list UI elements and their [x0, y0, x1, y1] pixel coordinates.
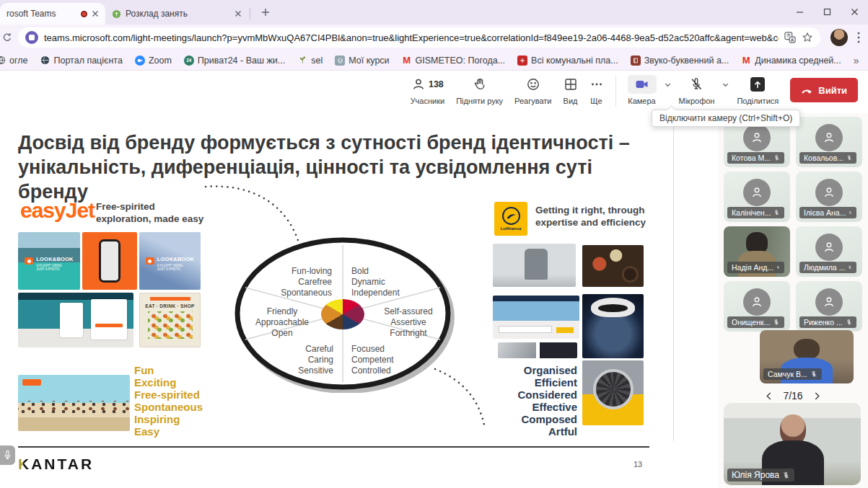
translate-icon[interactable] — [784, 32, 796, 43]
tab-microsoft-teams[interactable]: rosoft Teams — [0, 3, 105, 25]
participant-name: Риженко ... — [804, 318, 843, 327]
bookmark-item[interactable]: sel — [297, 56, 323, 66]
microphone-label: Мікрофон — [679, 97, 715, 105]
tab-recording-icon — [81, 11, 87, 17]
participants-panel: Котова М... Ковальов... Калінічен... Ілі… — [718, 113, 868, 488]
trait: Artful — [462, 425, 577, 438]
leave-button[interactable]: Вийти — [790, 78, 858, 102]
camera-button[interactable]: Камера — [628, 75, 657, 105]
kantar-logo: KANTAR — [18, 456, 94, 473]
participant-name: Юлія Ярова — [732, 470, 779, 480]
microphone-button[interactable]: Мікрофон — [679, 75, 715, 105]
bookmark-item[interactable]: 24 Приват24 - Ваш жи... — [184, 56, 285, 66]
window-minimize-button[interactable] — [786, 0, 813, 23]
mic-muted-icon — [810, 371, 817, 378]
tab-favicon — [112, 9, 121, 19]
bookmark-label: Zoom — [149, 56, 172, 66]
slide-scrollbar[interactable] — [673, 115, 674, 441]
browser-toolbar: teams.microsoft.com/light-meetings/launc… — [0, 25, 868, 50]
bookmark-label: Приват24 - Ваш жи... — [198, 56, 285, 66]
new-tab-button[interactable] — [256, 3, 275, 22]
bookmark-item[interactable]: Zoom — [135, 56, 172, 66]
participant-tile[interactable]: Ковальов... — [796, 117, 862, 167]
site-icon — [25, 31, 38, 44]
raise-hand-button[interactable]: Підняти руку — [456, 75, 503, 105]
trait: Fun — [134, 364, 203, 376]
wheel-segment-friendly: Friendly Approachable Open — [239, 306, 325, 339]
easyjet-banner-tag — [22, 379, 41, 386]
pager-next-icon[interactable] — [813, 391, 821, 401]
lufthansa-crane-icon — [502, 207, 520, 225]
trait: Inspiring — [134, 413, 203, 425]
phone-mockup — [99, 239, 120, 283]
raise-hand-icon — [473, 77, 487, 92]
camera-label: Камера — [628, 97, 655, 105]
trait: Composed — [462, 413, 577, 425]
participant-name: Надія Анд... — [732, 263, 773, 272]
url-text[interactable]: teams.microsoft.com/light-meetings/launc… — [44, 32, 779, 43]
reload-icon[interactable] — [1, 32, 13, 43]
easyjet-photo-menu-card: EAT · DRINK · SHOP — [139, 293, 201, 347]
mic-indicator-badge[interactable] — [0, 445, 15, 465]
slide-page-number: 13 — [634, 460, 642, 469]
participant-tile[interactable]: Риженко ... — [796, 281, 862, 332]
easyjet-logo: easyJet — [20, 198, 95, 223]
view-grid-icon — [564, 77, 578, 92]
bookmarks-overflow-chevron[interactable]: » — [854, 55, 859, 66]
microphone-options-chevron-icon[interactable] — [720, 81, 731, 89]
participants-icon — [411, 77, 426, 92]
react-label: Реагувати — [514, 97, 551, 105]
trait: Effective — [462, 401, 577, 413]
bookmark-star-icon[interactable] — [802, 32, 813, 43]
bookmark-item[interactable]: Всі комунальні пла... — [517, 56, 618, 66]
share-button[interactable]: Поділитися — [737, 75, 779, 105]
dynamics-favicon-icon: M — [741, 56, 751, 66]
tab-rozklad-zanyat[interactable]: Розклад занять — [105, 3, 248, 25]
lufthansa-photo-food — [582, 245, 644, 287]
easyjet-photo-beach-crowd — [18, 375, 130, 431]
participants-button[interactable]: 138 Учасники — [411, 75, 445, 105]
pager-previous-icon[interactable] — [765, 391, 773, 401]
bookmark-item[interactable]: Звуко-буквенний а... — [631, 56, 729, 66]
bookmark-item[interactable]: огле — [0, 56, 27, 66]
raise-hand-label: Підняти руку — [456, 97, 503, 105]
bookmark-item[interactable]: M Динамика средней... — [741, 56, 841, 66]
look-book-text: LOOK&BOOK — [36, 256, 73, 262]
bookmark-item[interactable]: Мої курси — [335, 56, 389, 66]
tab-close-icon[interactable] — [234, 10, 242, 17]
more-button[interactable]: Ще — [589, 75, 604, 105]
speaker-tile-video[interactable]: Юлія Ярова — [724, 403, 861, 485]
window-maximize-button[interactable] — [813, 0, 841, 23]
participant-tile[interactable]: Калінічен... — [724, 172, 790, 222]
utilities-favicon-icon — [517, 56, 527, 66]
privat24-favicon-icon: 24 — [184, 56, 194, 66]
lufthansa-trait-list: Organised Efficient Considered Effective… — [462, 364, 577, 438]
browser-window: rosoft Teams Розклад занять — [0, 0, 868, 488]
profile-avatar[interactable] — [830, 29, 848, 46]
bookmark-item[interactable]: Портал пацієнта — [40, 56, 122, 66]
look-book-subtext: A FLIGHT USING JUST A PHOTO — [157, 264, 194, 272]
participant-tile[interactable]: Людмила ... — [796, 226, 862, 277]
participant-tile[interactable]: Ілієва Ана... — [796, 172, 862, 222]
easyjet-photo-phone-app — [82, 232, 137, 290]
bookmark-label: Всі комунальні пла... — [531, 56, 618, 66]
browser-menu-icon[interactable] — [854, 30, 864, 45]
view-button[interactable]: Вид — [564, 75, 578, 105]
lufthansa-photo-aircraft-earth — [582, 294, 644, 358]
camera-icon — [635, 78, 649, 91]
participant-tile-video[interactable]: Надія Анд... — [724, 226, 790, 277]
window-close-button[interactable] — [841, 0, 868, 23]
participants-pager: 7/16 — [718, 390, 868, 402]
camera-options-chevron-icon[interactable] — [662, 81, 673, 89]
bookmark-item[interactable]: M GISMETEO: Погода... — [402, 56, 506, 66]
address-bar[interactable]: teams.microsoft.com/light-meetings/launc… — [18, 27, 820, 48]
mic-muted-icon — [846, 319, 852, 326]
react-button[interactable]: Реагувати — [514, 75, 551, 105]
lufthansa-logo: Lufthansa — [494, 202, 527, 236]
pager-count: 7/16 — [783, 390, 802, 402]
camera-badge-icon — [25, 257, 33, 265]
mic-muted-icon — [849, 209, 852, 216]
participant-tile[interactable]: Онищенк... — [724, 281, 790, 332]
participant-tile-video[interactable]: Самчук В... — [760, 330, 854, 383]
tab-close-icon[interactable] — [92, 10, 99, 17]
